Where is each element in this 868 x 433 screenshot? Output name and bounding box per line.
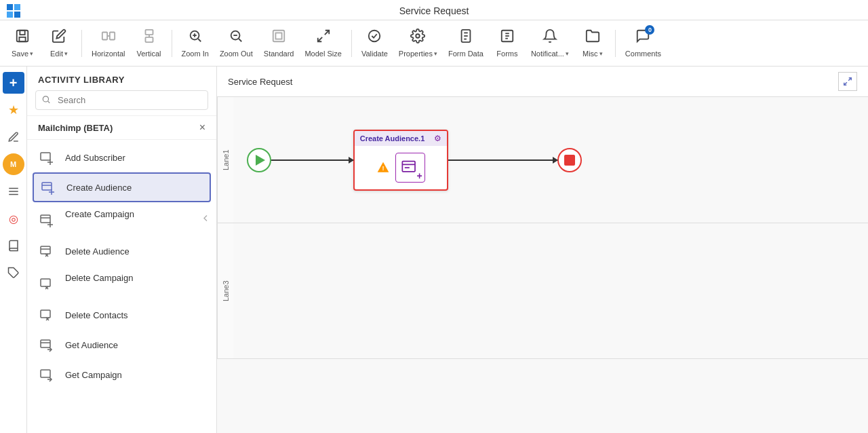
toolbar-divider-4	[615, 30, 616, 57]
zoom-in-icon	[188, 29, 203, 47]
sidebar-item-delete-audience[interactable]: Delete Audience	[27, 236, 216, 266]
get-campaign-icon	[38, 365, 57, 384]
standard-button[interactable]: Standard	[260, 26, 298, 60]
svg-line-23	[317, 37, 321, 41]
vertical-button[interactable]: Vertical	[132, 26, 166, 60]
sidebar-item-delete-contacts[interactable]: Delete Contacts	[27, 300, 216, 330]
toolbar-divider-1	[81, 30, 82, 57]
forms-button[interactable]: Forms	[490, 26, 524, 60]
lane-3-content	[233, 223, 868, 349]
arrow-2-head	[553, 157, 558, 164]
edit-icon	[52, 29, 66, 47]
model-size-icon	[316, 29, 331, 47]
zoom-out-label: Zoom Out	[220, 50, 253, 58]
activity-node-title: Create Audience.1	[360, 134, 425, 143]
svg-rect-1	[14, 4, 20, 10]
activity-node-gear-button[interactable]: ⚙	[434, 134, 441, 143]
sidebar-item-get-audience[interactable]: Get Audience	[27, 330, 216, 360]
create-campaign-icon	[38, 210, 57, 229]
rail-list-icon[interactable]	[3, 181, 24, 202]
lane-1-label: Lane1	[217, 97, 233, 223]
activity-node-header: Create Audience.1 ⚙	[355, 131, 447, 146]
activity-plus-icon: +	[417, 171, 422, 181]
notifications-dropdown-arrow: ▾	[566, 50, 569, 57]
misc-button[interactable]: Misc ▾	[576, 26, 610, 60]
svg-rect-21	[276, 33, 282, 39]
flow-end-node[interactable]	[557, 148, 582, 172]
standard-label: Standard	[264, 50, 294, 58]
svg-line-22	[324, 31, 328, 35]
sidebar-item-get-campaign[interactable]: Get Campaign	[27, 360, 216, 390]
misc-label: Misc	[583, 50, 598, 58]
rail-target-icon[interactable]: ◎	[3, 208, 24, 229]
zoom-out-button[interactable]: Zoom Out	[216, 26, 257, 60]
zoom-out-icon	[229, 29, 243, 47]
save-dropdown-arrow: ▾	[30, 50, 33, 57]
arrow-1-head	[349, 157, 354, 164]
notifications-label: Notificat...	[531, 50, 564, 58]
properties-dropdown-arrow: ▾	[434, 50, 437, 57]
validate-icon	[367, 29, 382, 47]
rail-tag-icon[interactable]	[3, 262, 24, 284]
comments-icon: 0	[635, 29, 650, 47]
svg-rect-0	[7, 4, 13, 10]
sidebar-item-create-campaign[interactable]: Create Campaign	[27, 202, 216, 236]
notifications-button[interactable]: Notificat... ▾	[527, 26, 573, 60]
get-campaign-label: Get Campaign	[65, 370, 122, 380]
sidebar-search-container	[35, 90, 208, 110]
sidebar-section-title: Mailchimp (BETA)	[38, 123, 113, 133]
svg-rect-47	[41, 215, 50, 223]
save-button[interactable]: Save ▾	[5, 26, 39, 60]
svg-rect-4	[17, 31, 28, 42]
horizontal-button[interactable]: Horizontal	[87, 26, 130, 60]
delete-contacts-icon	[38, 305, 57, 324]
canvas-area[interactable]: Service Request Lane1	[217, 67, 868, 433]
notifications-icon	[542, 29, 557, 47]
svg-rect-43	[42, 183, 52, 190]
sidebar-item-add-subscriber[interactable]: Add Subscriber	[27, 143, 216, 172]
validate-button[interactable]: Validate	[357, 26, 392, 60]
svg-rect-10	[145, 30, 153, 35]
canvas-header: Service Request	[217, 67, 868, 97]
activity-node-create-audience[interactable]: Create Audience.1 ⚙ !	[353, 130, 448, 191]
rail-mailchimp-icon[interactable]: M	[3, 153, 24, 175]
toolbar-divider-2	[172, 30, 172, 57]
rail-add-icon[interactable]: +	[3, 72, 24, 94]
flow-start-node[interactable]	[247, 148, 271, 172]
form-data-button[interactable]: Form Data	[444, 26, 488, 60]
flow-arrow-2	[448, 159, 557, 161]
vertical-label: Vertical	[136, 50, 161, 58]
lane-3-label: Lane3	[217, 223, 233, 358]
canvas-expand-button[interactable]	[838, 72, 857, 91]
flow-diagram: Create Audience.1 ⚙ !	[247, 130, 854, 191]
flow-end-icon	[564, 155, 575, 166]
svg-point-25	[416, 34, 420, 38]
form-data-label: Form Data	[448, 50, 484, 58]
forms-icon	[500, 29, 515, 47]
properties-button[interactable]: Properties ▾	[395, 26, 441, 60]
model-size-button[interactable]: Model Size	[300, 26, 345, 60]
svg-rect-2	[7, 12, 13, 18]
comments-button[interactable]: 0 Comments	[621, 26, 665, 60]
sidebar-item-create-audience[interactable]: Create Audience	[33, 172, 211, 202]
svg-line-18	[239, 39, 242, 41]
delete-audience-label: Delete Audience	[65, 246, 130, 257]
rail-book-icon[interactable]	[3, 235, 24, 257]
zoom-in-button[interactable]: Zoom In	[178, 26, 213, 60]
misc-icon	[585, 29, 600, 47]
delete-audience-icon	[38, 242, 57, 261]
svg-rect-51	[41, 246, 50, 254]
edit-button[interactable]: Edit ▾	[42, 26, 76, 60]
vertical-icon	[142, 29, 157, 47]
rail-star-icon[interactable]: ★	[3, 99, 24, 121]
rail-edit-icon[interactable]	[3, 126, 24, 148]
search-input[interactable]	[35, 90, 208, 110]
save-icon	[15, 29, 30, 47]
sidebar-item-delete-campaign[interactable]: Delete Campaign	[27, 266, 216, 300]
svg-rect-70	[402, 161, 415, 171]
lane-1-content: Create Audience.1 ⚙ !	[233, 97, 868, 223]
sidebar-close-button[interactable]: ×	[199, 121, 205, 134]
top-bar: Service Request	[0, 0, 868, 20]
delete-contacts-label: Delete Contacts	[65, 310, 128, 320]
get-audience-icon	[38, 335, 57, 354]
